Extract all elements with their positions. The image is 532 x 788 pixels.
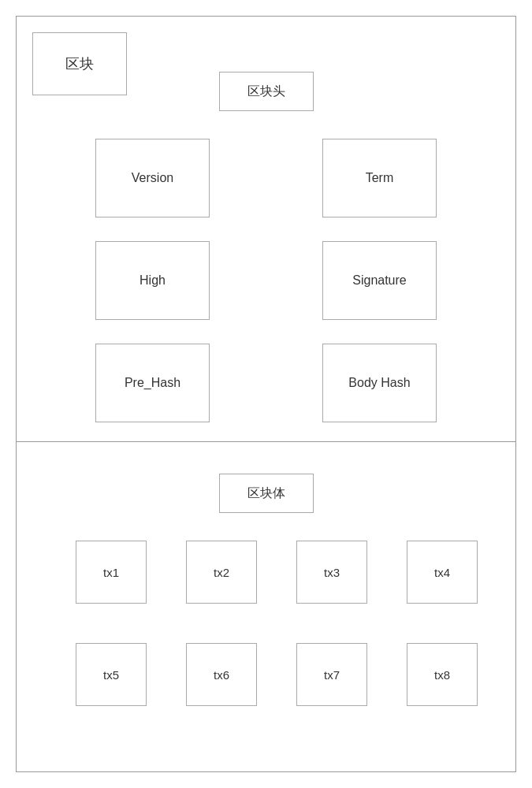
tx6-box: tx6: [186, 643, 257, 706]
bodyhash-label: Body Hash: [348, 376, 410, 390]
prehash-label: Pre_Hash: [125, 376, 180, 390]
tx3-box: tx3: [296, 541, 367, 604]
tx2-box: tx2: [186, 541, 257, 604]
tx2-label: tx2: [214, 566, 229, 579]
term-label: Term: [366, 171, 394, 185]
tx7-label: tx7: [324, 668, 340, 682]
high-box: High: [95, 241, 210, 320]
tx8-label: tx8: [434, 668, 450, 682]
outer-container: 区块 区块头 Version Term High Signature Pre_H…: [16, 16, 516, 772]
tx5-box: tx5: [76, 643, 147, 706]
tx5-label: tx5: [103, 668, 119, 682]
tx7-box: tx7: [296, 643, 367, 706]
tx1-label: tx1: [103, 566, 119, 579]
version-box: Version: [95, 139, 210, 217]
block-body-label: 区块体: [247, 485, 285, 502]
bottom-section: 区块体 tx1 tx2 tx3 tx4 tx5 tx6 tx7 tx8: [17, 442, 515, 773]
term-box: Term: [322, 139, 437, 217]
block-body-box: 区块体: [219, 474, 314, 513]
block-label: 区块: [65, 54, 94, 73]
version-label: Version: [132, 171, 173, 185]
tx6-label: tx6: [214, 668, 229, 682]
tx3-label: tx3: [324, 566, 340, 579]
signature-label: Signature: [352, 273, 407, 288]
top-section: 区块 区块头 Version Term High Signature Pre_H…: [17, 17, 515, 442]
block-header-label: 区块头: [247, 84, 285, 100]
block-header-box: 区块头: [219, 72, 314, 111]
tx4-box: tx4: [407, 541, 478, 604]
prehash-box: Pre_Hash: [95, 344, 210, 422]
tx8-box: tx8: [407, 643, 478, 706]
tx4-label: tx4: [434, 566, 450, 579]
block-label-box: 区块: [32, 32, 127, 95]
bodyhash-box: Body Hash: [322, 344, 437, 422]
signature-box: Signature: [322, 241, 437, 320]
high-label: High: [140, 273, 166, 288]
tx1-box: tx1: [76, 541, 147, 604]
